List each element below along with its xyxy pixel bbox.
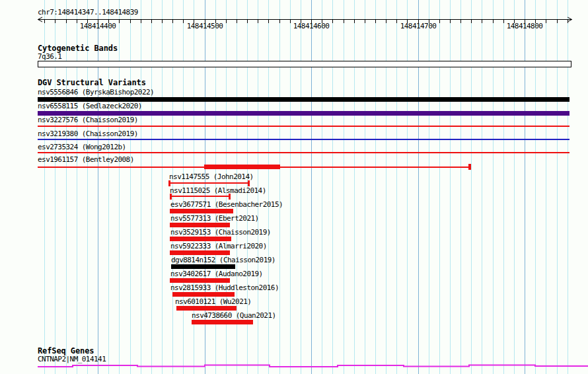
variant-bar-nsv3529153[interactable]: [170, 237, 231, 241]
variant-bar-nsv6010121[interactable]: [176, 306, 237, 311]
variant-label-nsv6558115[interactable]: nsv6558115 (Sedlazeck2020): [38, 102, 142, 110]
variant-thick-region-esv1961157[interactable]: [204, 165, 280, 169]
variant-bar-nsv6558115[interactable]: [38, 111, 570, 116]
variant-bar-nsv4738660[interactable]: [192, 320, 253, 324]
variant-line-nsv3227576[interactable]: [38, 126, 570, 127]
variant-label-nsv1147555[interactable]: nsv1147555 (John2014): [169, 173, 254, 181]
variant-bar-nsv5922333[interactable]: [170, 250, 230, 255]
variant-bar-esv3677571[interactable]: [170, 209, 233, 213]
variant-line-nsv1147555[interactable]: [168, 182, 250, 184]
variant-bar-nsv2815933[interactable]: [172, 292, 235, 297]
variant-label-esv2735324[interactable]: esv2735324 (Wong2012b): [38, 143, 126, 151]
variant-label-nsv3227576[interactable]: nsv3227576 (Chaisson2019): [38, 116, 138, 124]
variant-label-nsv6010121[interactable]: nsv6010121 (Wu2021): [175, 298, 251, 306]
variant-label-nsv3219380[interactable]: nsv3219380 (Chaisson2019): [38, 130, 138, 138]
variant-bar-nsv3402617[interactable]: [170, 278, 230, 283]
variant-label-esv3677571[interactable]: esv3677571 (Besenbacher2015): [170, 201, 283, 209]
variant-endcap-nsv1115025[interactable]: [229, 194, 231, 200]
variant-line-nsv1115025[interactable]: [170, 196, 231, 197]
variant-line-nsv3219380[interactable]: [38, 139, 570, 140]
variant-bar-dgv8814n152[interactable]: [171, 264, 235, 269]
variant-label-dgv8814n152[interactable]: dgv8814n152 (Chaisson2019): [171, 256, 276, 264]
genome-browser-panel: chr7:148414347..148414839 14841440014841…: [0, 0, 588, 374]
variant-bar-nsv5577313[interactable]: [170, 223, 230, 227]
variant-label-nsv3529153[interactable]: nsv3529153 (Chaisson2019): [170, 229, 271, 237]
variant-label-nsv4738660[interactable]: nsv4738660 (Quan2021): [192, 312, 276, 320]
variant-label-nsv2815933[interactable]: nsv2815933 (Huddleston2016): [170, 284, 279, 292]
variant-label-nsv5922333[interactable]: nsv5922333 (Almarri2020): [170, 243, 267, 250]
variant-bar-nsv5556846[interactable]: [38, 97, 570, 102]
variant-label-esv1961157[interactable]: esv1961157 (Bentley2008): [38, 156, 134, 164]
variant-startcap-nsv1147555[interactable]: [168, 180, 170, 186]
variant-endcap-nsv1147555[interactable]: [248, 180, 250, 186]
variant-label-nsv5577313[interactable]: nsv5577313 (Ebert2021): [170, 215, 259, 223]
variant-label-nsv1115025[interactable]: nsv1115025 (Alsmadi2014): [170, 187, 266, 195]
gene-label[interactable]: CNTNAP2|NM_014141: [38, 355, 106, 363]
variant-line-esv2735324[interactable]: [38, 152, 570, 153]
variant-startcap-nsv1115025[interactable]: [170, 194, 172, 200]
variant-label-nsv3402617[interactable]: nsv3402617 (Audano2019): [170, 270, 263, 278]
variant-end-tick-esv1961157[interactable]: [468, 164, 471, 170]
variants-layer: nsv5556846 (ByrskaBishop2022)nsv6558115 …: [0, 0, 588, 374]
variant-label-nsv5556846[interactable]: nsv5556846 (ByrskaBishop2022): [38, 89, 154, 96]
